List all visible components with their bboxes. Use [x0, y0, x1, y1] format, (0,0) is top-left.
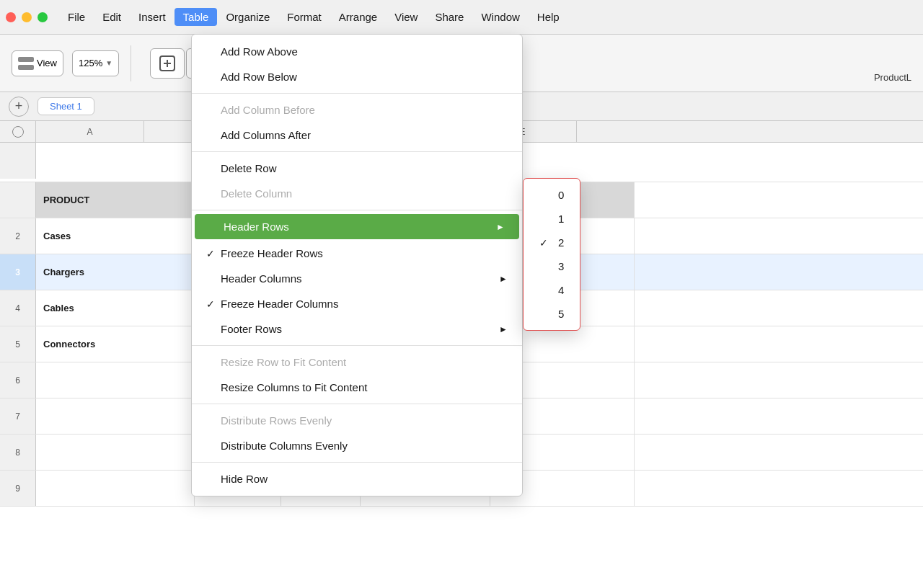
resize-row-label: Resize Row to Fit Content — [221, 356, 346, 368]
header-rows-label: Header Rows — [224, 220, 289, 233]
cell-1-a[interactable]: PRODUCT — [36, 182, 195, 218]
freeze-header-cols-check-icon: ✓ — [206, 298, 221, 310]
menu-hide-row[interactable]: Hide Row — [192, 466, 522, 491]
row-num-9: 9 — [0, 471, 36, 506]
add-col-after-label: Add Columns After — [221, 129, 311, 141]
menu-distribute-rows: Distribute Rows Evenly — [192, 408, 522, 433]
col-header-a[interactable]: A — [36, 121, 144, 142]
svg-rect-1 — [18, 65, 34, 70]
add-row-below-label: Add Row Below — [221, 71, 297, 83]
freeze-header-rows-check-icon: ✓ — [206, 248, 221, 259]
menu-header-columns[interactable]: Header Columns ► — [192, 266, 522, 291]
menu-insert[interactable]: Insert — [130, 8, 175, 26]
sheet-tab-1[interactable]: Sheet 1 — [37, 97, 94, 115]
menu-add-row-above[interactable]: Add Row Above — [192, 39, 522, 64]
cell-2-a[interactable]: Cases — [36, 218, 195, 254]
row-num-4: 4 — [0, 290, 36, 326]
menu-separator-6 — [192, 462, 522, 463]
menu-delete-col: Delete Column — [192, 181, 522, 206]
sheet-add-button[interactable]: + — [9, 97, 29, 117]
zoom-button[interactable]: 125% ▼ — [72, 50, 119, 76]
header-rows-5[interactable]: 5 — [524, 302, 580, 326]
hide-row-label: Hide Row — [221, 473, 268, 485]
header-rows-3-label: 3 — [558, 260, 564, 272]
menu-arrange[interactable]: Arrange — [330, 8, 386, 26]
header-rows-2[interactable]: ✓ 2 — [524, 231, 580, 254]
cell-9-a[interactable] — [36, 471, 195, 506]
close-button[interactable] — [6, 12, 16, 22]
view-button[interactable]: View — [12, 50, 63, 76]
row-num-3: 3 — [0, 254, 36, 290]
menu-help[interactable]: Help — [529, 8, 568, 26]
header-rows-0[interactable]: 0 — [524, 183, 580, 207]
menu-separator-4 — [192, 345, 522, 346]
svg-rect-0 — [18, 57, 34, 62]
distribute-rows-label: Distribute Rows Evenly — [221, 414, 332, 427]
menu-separator-3 — [192, 210, 522, 210]
header-rows-1[interactable]: 1 — [524, 207, 580, 231]
menu-footer-rows[interactable]: Footer Rows ► — [192, 316, 522, 342]
menu-resize-row: Resize Row to Fit Content — [192, 349, 522, 375]
header-rows-2-label: 2 — [558, 236, 564, 249]
cell-6-a[interactable] — [36, 362, 195, 398]
minimize-button[interactable] — [22, 12, 32, 22]
zoom-label: 125% — [79, 58, 102, 68]
header-rows-submenu: 0 1 ✓ 2 3 4 5 — [523, 178, 580, 331]
menu-file[interactable]: File — [59, 8, 94, 26]
select-all-button[interactable] — [12, 126, 24, 138]
header-rows-4-label: 4 — [558, 284, 564, 296]
product-label: ProductL — [874, 72, 911, 83]
table-menu-panel: Add Row Above Add Row Below Add Column B… — [191, 34, 523, 496]
menu-delete-row[interactable]: Delete Row — [192, 156, 522, 181]
delete-row-label: Delete Row — [221, 162, 277, 174]
submenu-arrow-icon: ► — [496, 222, 505, 232]
menu-add-row-below[interactable]: Add Row Below — [192, 64, 522, 89]
window-controls — [6, 12, 48, 22]
resize-cols-label: Resize Columns to Fit Content — [221, 381, 367, 393]
menu-separator-5 — [192, 404, 522, 404]
add-col-before-label: Add Column Before — [221, 104, 315, 116]
menu-freeze-header-rows[interactable]: ✓ Freeze Header Rows — [192, 241, 522, 266]
menu-edit[interactable]: Edit — [94, 8, 130, 26]
cell-8-a[interactable] — [36, 435, 195, 470]
menu-freeze-header-columns[interactable]: ✓ Freeze Header Columns — [192, 291, 522, 316]
row-num-1 — [0, 182, 36, 218]
row-num-5: 5 — [0, 326, 36, 362]
menu-table[interactable]: Table — [175, 8, 218, 26]
cell-4-a[interactable]: Cables — [36, 290, 195, 326]
menu-share[interactable]: Share — [426, 8, 472, 26]
menu-separator-1 — [192, 93, 522, 94]
header-rows-5-label: 5 — [558, 308, 564, 320]
menu-add-col-after[interactable]: Add Columns After — [192, 122, 522, 148]
menu-window[interactable]: Window — [472, 8, 528, 26]
menu-add-col-before: Add Column Before — [192, 97, 522, 122]
menu-resize-cols[interactable]: Resize Columns to Fit Content — [192, 375, 522, 400]
header-rows-1-label: 1 — [558, 213, 564, 225]
row-num-7: 7 — [0, 398, 36, 434]
menu-format[interactable]: Format — [278, 8, 330, 26]
view-icon — [18, 57, 34, 70]
footer-rows-label: Footer Rows — [221, 323, 282, 335]
table-dropdown-menu: Add Row Above Add Row Below Add Column B… — [191, 34, 523, 496]
menu-bar: File Edit Insert Table Organize Format A… — [0, 0, 923, 35]
row-num-8: 8 — [0, 435, 36, 470]
menu-header-rows[interactable]: Header Rows ► — [195, 214, 519, 239]
check-2-icon: ✓ — [539, 237, 552, 249]
freeze-header-rows-label: Freeze Header Rows — [221, 247, 323, 259]
view-group: View — [12, 50, 63, 76]
menu-view[interactable]: View — [386, 8, 426, 26]
view-label: View — [37, 58, 57, 68]
menu-organize[interactable]: Organize — [217, 8, 278, 26]
header-rows-4[interactable]: 4 — [524, 278, 580, 302]
insert-icon[interactable] — [150, 48, 185, 79]
header-rows-0-label: 0 — [558, 189, 564, 201]
cell-3-a[interactable]: Chargers — [36, 254, 195, 290]
corner-cell — [0, 121, 36, 142]
cell-5-a[interactable]: Connectors — [36, 326, 195, 362]
cell-7-a[interactable] — [36, 398, 195, 434]
menu-distribute-cols[interactable]: Distribute Columns Evenly — [192, 433, 522, 458]
maximize-button[interactable] — [37, 12, 48, 22]
header-columns-label: Header Columns — [221, 272, 302, 285]
header-rows-3[interactable]: 3 — [524, 254, 580, 278]
plus-in-box-icon — [159, 55, 176, 72]
